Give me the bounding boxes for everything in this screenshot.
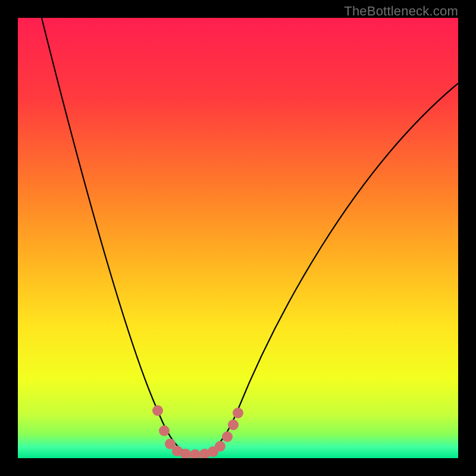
curve-dot [215,441,226,452]
curve-dot [159,425,170,436]
watermark-text: TheBottleneck.com [344,4,458,19]
curve-dot [190,449,201,458]
chart-svg [18,18,458,458]
bottom-dots-group [152,405,243,458]
main-curve-path [42,18,458,454]
curve-dot [152,405,163,416]
curve-dot [233,408,243,418]
curve-dot [228,419,239,430]
curve-dot [222,431,233,442]
chart-frame [18,18,458,458]
